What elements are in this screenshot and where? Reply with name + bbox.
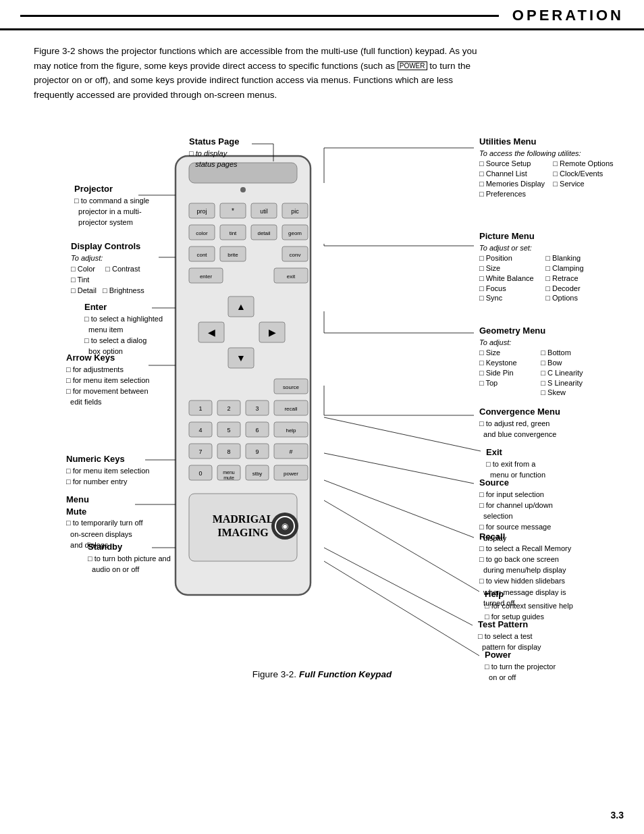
svg-text:proj: proj [196, 208, 207, 215]
svg-text:tint: tint [230, 230, 237, 236]
svg-text:color: color [196, 230, 208, 236]
caption-italic: Full Function Keypad [299, 669, 392, 679]
svg-text:◉: ◉ [281, 521, 288, 531]
convergence-menu-label: Convergence Menu □ to adjust red, green … [479, 406, 560, 440]
test-pattern-title: Test Pattern [478, 619, 528, 629]
utilities-menu-label: Utilities Menu To access the following u… [479, 136, 614, 199]
svg-text:4: 4 [198, 427, 202, 434]
convergence-menu-title: Convergence Menu [479, 407, 560, 417]
svg-text:◀: ◀ [208, 327, 215, 338]
page-header: OPERATION [0, 0, 644, 30]
remote-control-image: proj * util pic color tint detail geom c… [169, 149, 365, 608]
numeric-keys-label: Numeric Keys □ for menu item selection□ … [66, 453, 149, 487]
svg-text:1: 1 [198, 405, 202, 412]
source-title: Source [479, 477, 509, 488]
help-label: Help □ for context sensitive help□ for s… [485, 588, 573, 622]
svg-text:pic: pic [291, 208, 299, 215]
header-title: OPERATION [512, 7, 624, 24]
projector-label: Projector □ to command a single projecto… [74, 183, 149, 228]
svg-text:9: 9 [255, 448, 259, 455]
svg-text:mute: mute [223, 475, 234, 480]
standby-title: Standby [88, 542, 122, 552]
svg-text:exit: exit [287, 273, 296, 280]
svg-text:7: 7 [198, 448, 202, 455]
page-content: Figure 3-2 shows the projector functions… [0, 30, 644, 693]
svg-text:▼: ▼ [236, 353, 246, 363]
recall-title: Recall [479, 531, 505, 542]
svg-text:8: 8 [227, 448, 230, 455]
svg-text:2: 2 [227, 405, 230, 412]
svg-text:0: 0 [198, 470, 202, 477]
svg-text:*: * [232, 207, 234, 215]
status-page-label: Status Page □ to display status pages [189, 136, 239, 170]
power-label: Power □ to turn the projector on or off [485, 649, 556, 683]
svg-text:stby: stby [252, 471, 263, 477]
menu-mute-title: MenuMute [66, 494, 89, 517]
help-title: Help [485, 589, 504, 599]
svg-text:▲: ▲ [236, 301, 246, 312]
utilities-menu-title: Utilities Menu [479, 136, 537, 147]
diagram-container: proj * util pic color tint detail geom c… [34, 115, 614, 662]
numeric-keys-title: Numeric Keys [66, 454, 125, 464]
enter-label: Enter □ to select a highlighted menu ite… [84, 301, 163, 357]
svg-text:util: util [260, 208, 268, 215]
exit-title: Exit [486, 447, 502, 457]
power-title: Power [485, 650, 511, 660]
arrow-keys-label: Arrow Keys □ for adjustments□ for menu i… [66, 352, 149, 407]
display-controls-label: Display Controls To adjust: □ Color □ Co… [71, 240, 144, 296]
page-number: 3.3 [611, 810, 624, 820]
svg-text:cont: cont [196, 252, 207, 258]
exit-label: Exit □ to exit from a menu or function [486, 446, 545, 480]
picture-menu-title: Picture Menu [479, 231, 535, 241]
svg-text:▶: ▶ [269, 327, 276, 338]
svg-text:source: source [283, 384, 300, 390]
svg-text:5: 5 [227, 427, 230, 434]
arrow-keys-title: Arrow Keys [66, 353, 115, 363]
caption-label: Figure 3-2. [252, 669, 296, 679]
svg-text:MADRIGAL: MADRIGAL [213, 513, 274, 525]
svg-point-2 [240, 187, 246, 192]
svg-text:conv: conv [290, 252, 301, 258]
header-line [20, 15, 499, 17]
status-page-title: Status Page [189, 136, 239, 147]
svg-text:power: power [284, 471, 298, 477]
svg-text:brite: brite [227, 252, 238, 258]
standby-label: Standby □ to turn both picture and audio… [88, 541, 171, 575]
svg-text:recall: recall [284, 406, 297, 412]
display-controls-title: Display Controls [71, 241, 140, 251]
svg-text:6: 6 [255, 427, 259, 434]
geometry-menu-label: Geometry Menu To adjust: □ Size□ Keyston… [479, 325, 583, 398]
enter-title: Enter [84, 302, 107, 312]
svg-text:IMAGING: IMAGING [217, 527, 269, 538]
svg-text:help: help [286, 427, 296, 434]
projector-title: Projector [74, 184, 113, 194]
intro-paragraph: Figure 3-2 shows the projector functions… [34, 44, 493, 102]
geometry-menu-title: Geometry Menu [479, 325, 545, 336]
svg-text:menu: menu [223, 470, 235, 475]
svg-text:3: 3 [255, 405, 259, 412]
svg-text:geom: geom [288, 230, 302, 236]
test-pattern-label: Test Pattern □ to select a test pattern … [478, 619, 541, 652]
svg-text:enter: enter [200, 273, 213, 280]
svg-text:#: # [289, 448, 292, 455]
svg-text:detail: detail [257, 230, 270, 236]
picture-menu-label: Picture Menu To adjust or set: □ Positio… [479, 230, 584, 303]
